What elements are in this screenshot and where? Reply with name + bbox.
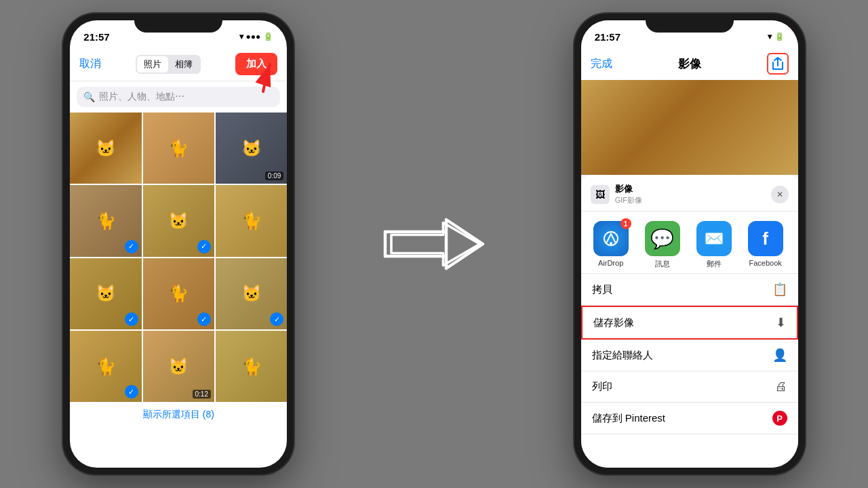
app-airdrop[interactable]: 1 AirDrop xyxy=(591,221,631,269)
share-icon xyxy=(772,57,784,70)
share-sheet-title: 影像 xyxy=(615,183,642,195)
photo-cell-9[interactable]: 🐱 ✓ xyxy=(216,258,287,329)
action-pinterest[interactable]: 儲存到 Pinterest P xyxy=(581,403,798,434)
print-label: 列印 xyxy=(592,380,612,393)
photo-cell-4[interactable]: 🐈 ✓ xyxy=(70,185,141,256)
share-button[interactable] xyxy=(767,53,789,75)
share-title-group: 🖼 影像 GIF影像 xyxy=(591,183,642,205)
action-print[interactable]: 列印 🖨 xyxy=(581,371,798,403)
photo-cell-3[interactable]: 🐱 0:09 xyxy=(216,113,287,184)
check-badge-5: ✓ xyxy=(197,240,211,253)
nav-tabs: 照片 相簿 xyxy=(136,55,201,74)
messages-glyph: 💬 xyxy=(650,228,674,250)
share-header: 🖼 影像 GIF影像 ✕ xyxy=(581,175,798,211)
photo-cell-12[interactable]: 🐈 xyxy=(216,331,287,402)
red-arrow-1 xyxy=(222,54,277,95)
facebook-glyph: f xyxy=(762,228,768,249)
airdrop-icon: 1 xyxy=(593,221,629,256)
photo-cell-7[interactable]: 🐱 ✓ xyxy=(70,258,141,329)
right-content: 21:57 ▾ 🔋 完成 影像 xyxy=(581,20,798,468)
save-icon: ⬇ xyxy=(776,315,786,330)
check-badge-10: ✓ xyxy=(125,385,138,399)
notch-left xyxy=(134,14,222,33)
preview-area xyxy=(581,80,798,175)
photo-cell-5[interactable]: 🐱 ✓ xyxy=(143,185,214,256)
check-badge-4: ✓ xyxy=(125,240,138,253)
photo-cell-1[interactable]: 🐱 xyxy=(70,113,141,184)
app-messages[interactable]: 💬 訊息 xyxy=(642,221,683,269)
done-button[interactable]: 完成 xyxy=(591,57,612,71)
airdrop-label: AirDrop xyxy=(598,259,623,267)
photo-12: 🐈 xyxy=(216,331,287,402)
photo-grid: 🐱 🐈 🐱 0:09 🐈 ✓ 🐱 ✓ xyxy=(70,113,287,402)
search-icon: 🔍 xyxy=(83,92,95,102)
left-screen: 21:57 ▾ ●●● 🔋 取消 照片 相簿 加入 🔍 照片、人物、地點 xyxy=(70,20,287,468)
photo-cell-10[interactable]: 🐈 ✓ xyxy=(70,331,141,402)
check-badge-8: ✓ xyxy=(197,312,211,326)
nav-bar-right: 完成 影像 xyxy=(581,50,798,80)
share-sheet-icon: 🖼 xyxy=(591,185,610,204)
photo-cell-6[interactable]: 🐈 xyxy=(216,185,287,256)
cancel-button[interactable]: 取消 xyxy=(79,57,101,71)
assign-icon: 👤 xyxy=(772,348,787,363)
photo-6: 🐈 xyxy=(216,185,287,256)
app-mail[interactable]: ✉️ 郵件 xyxy=(694,221,734,269)
airdrop-badge: 1 xyxy=(620,218,631,229)
print-icon: 🖨 xyxy=(775,380,787,394)
search-placeholder: 照片、人物、地點⋯ xyxy=(99,91,184,103)
photo-2: 🐈 xyxy=(143,113,214,184)
step-arrow xyxy=(366,183,502,305)
show-selected-items[interactable]: 顯示所選項目 (8) xyxy=(70,402,287,428)
status-icons-right: ▾ 🔋 xyxy=(768,32,785,41)
messages-icon: 💬 xyxy=(645,221,680,256)
battery-icon: 🔋 xyxy=(263,32,273,41)
preview-image xyxy=(581,80,798,175)
photo-cell-8[interactable]: 🐈 ✓ xyxy=(143,258,214,329)
tab-albums[interactable]: 相簿 xyxy=(168,56,199,73)
pinterest-icon: P xyxy=(772,411,787,426)
video-badge-1: 0:09 xyxy=(265,171,283,180)
tab-photos[interactable]: 照片 xyxy=(137,56,168,73)
action-copy[interactable]: 拷貝 📋 xyxy=(581,274,798,306)
right-screen: 21:57 ▾ 🔋 完成 影像 xyxy=(581,20,798,468)
wifi-icon: ▾ xyxy=(239,32,243,41)
left-phone: 21:57 ▾ ●●● 🔋 取消 照片 相簿 加入 🔍 照片、人物、地點 xyxy=(63,14,294,474)
battery-icon-r: 🔋 xyxy=(774,32,785,41)
action-list: 拷貝 📋 儲存影像 ⬇ xyxy=(581,273,798,468)
messages-label: 訊息 xyxy=(655,259,670,269)
video-badge-2: 0:12 xyxy=(193,390,211,399)
action-assign[interactable]: 指定給聯絡人 👤 xyxy=(581,340,798,371)
close-button[interactable]: ✕ xyxy=(771,186,789,203)
step-arrow-svg xyxy=(373,183,495,305)
right-phone: 21:57 ▾ 🔋 完成 影像 xyxy=(574,14,805,474)
signal-icon: ●●● xyxy=(246,32,261,41)
share-title-block: 影像 GIF影像 xyxy=(615,183,642,205)
pinterest-label: 儲存到 Pinterest xyxy=(592,412,665,425)
save-label: 儲存影像 xyxy=(593,317,634,329)
scene: 21:57 ▾ ●●● 🔋 取消 照片 相簿 加入 🔍 照片、人物、地點 xyxy=(0,0,868,488)
copy-label: 拷貝 xyxy=(592,283,612,296)
action-save[interactable]: 儲存影像 ⬇ xyxy=(581,306,798,340)
photo-cell-11[interactable]: 🐱 0:12 xyxy=(143,331,214,402)
facebook-label: Facebook xyxy=(749,259,781,267)
mail-glyph: ✉️ xyxy=(704,229,724,248)
mail-label: 郵件 xyxy=(707,259,722,269)
app-row: 1 AirDrop 💬 訊息 ✉️ xyxy=(581,211,798,273)
time-left: 21:57 xyxy=(83,31,109,43)
mail-icon: ✉️ xyxy=(696,221,732,256)
time-right: 21:57 xyxy=(595,31,620,43)
photo-1: 🐱 xyxy=(70,113,141,184)
photo-cell-2[interactable]: 🐈 xyxy=(143,113,214,184)
facebook-icon: f xyxy=(748,221,783,256)
check-badge-7: ✓ xyxy=(125,312,138,326)
notch-right xyxy=(646,14,734,33)
app-facebook[interactable]: f Facebook xyxy=(745,221,786,269)
airdrop-svg xyxy=(601,228,621,249)
share-sheet: 🖼 影像 GIF影像 ✕ xyxy=(581,175,798,468)
share-sheet-subtitle: GIF影像 xyxy=(615,195,642,205)
status-icons-left: ▾ ●●● 🔋 xyxy=(239,32,274,41)
assign-label: 指定給聯絡人 xyxy=(592,349,653,362)
right-title: 影像 xyxy=(678,56,701,72)
svg-point-3 xyxy=(610,242,612,245)
copy-icon: 📋 xyxy=(772,282,787,297)
